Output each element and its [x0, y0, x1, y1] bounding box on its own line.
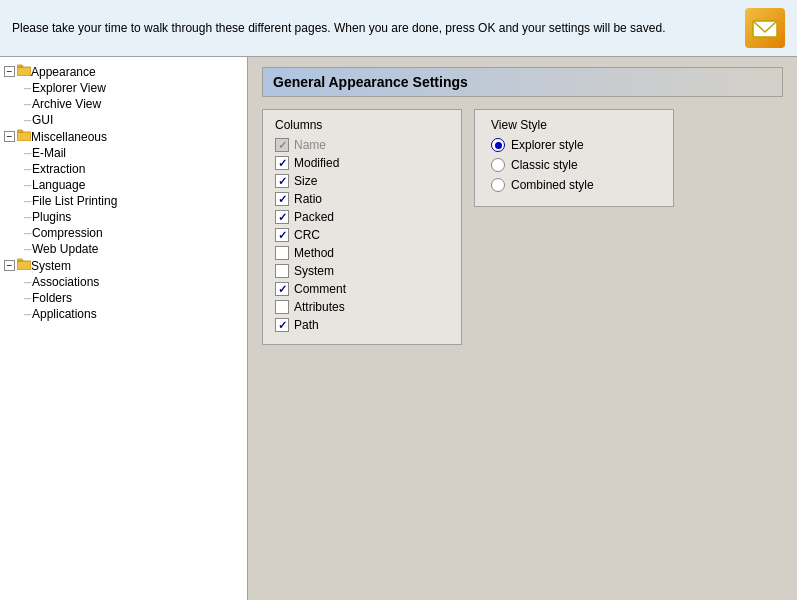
folder-icon-appearance [17, 64, 31, 79]
checkbox-col-name [275, 138, 289, 152]
settings-title: General Appearance Settings [262, 67, 783, 97]
radio-label-vs-explorer: Explorer style [511, 138, 584, 152]
tree-leaf-label-email: E-Mail [32, 146, 66, 160]
tree-leaf-folders[interactable]: ─Folders [24, 290, 243, 306]
viewstyle-list: Explorer styleClassic styleCombined styl… [491, 138, 657, 192]
svg-rect-1 [17, 67, 31, 76]
tree-line-plugins: ─ [24, 212, 32, 223]
checkbox-col-attributes[interactable] [275, 300, 289, 314]
radio-row-vs-classic[interactable]: Classic style [491, 158, 657, 172]
checkbox-label-col-packed: Packed [294, 210, 334, 224]
tree-section-appearance[interactable]: −Appearance [4, 63, 243, 80]
checkbox-col-ratio[interactable] [275, 192, 289, 206]
checkbox-row-col-comment[interactable]: Comment [275, 282, 449, 296]
checkbox-row-col-attributes[interactable]: Attributes [275, 300, 449, 314]
tree-leaf-label-gui: GUI [32, 113, 53, 127]
tree-leaf-file-list-printing[interactable]: ─File List Printing [24, 193, 243, 209]
tree-line-archive-view: ─ [24, 99, 32, 110]
radio-vs-explorer[interactable] [491, 138, 505, 152]
radio-vs-classic[interactable] [491, 158, 505, 172]
radio-row-vs-combined[interactable]: Combined style [491, 178, 657, 192]
columns-list: NameModifiedSizeRatioPackedCRCMethodSyst… [275, 138, 449, 332]
tree-leaf-email[interactable]: ─E-Mail [24, 145, 243, 161]
tree-leaf-label-folders: Folders [32, 291, 72, 305]
checkbox-label-col-comment: Comment [294, 282, 346, 296]
settings-body: Columns NameModifiedSizeRatioPackedCRCMe… [262, 109, 783, 345]
top-banner: Please take your time to walk through th… [0, 0, 797, 57]
checkbox-row-col-size[interactable]: Size [275, 174, 449, 188]
folder-icon-system [17, 258, 31, 273]
tree-line-gui: ─ [24, 115, 32, 126]
radio-label-vs-combined: Combined style [511, 178, 594, 192]
checkbox-label-col-size: Size [294, 174, 317, 188]
tree-leaf-archive-view[interactable]: ─Archive View [24, 96, 243, 112]
tree-line-language: ─ [24, 180, 32, 191]
tree-children-system: ─Associations─Folders─Applications [4, 274, 243, 322]
settings-panel: General Appearance Settings Columns Name… [248, 57, 797, 600]
checkbox-row-col-crc[interactable]: CRC [275, 228, 449, 242]
radio-label-vs-classic: Classic style [511, 158, 578, 172]
viewstyle-legend: View Style [491, 118, 657, 132]
tree-leaf-explorer-view[interactable]: ─Explorer View [24, 80, 243, 96]
tree-line-extraction: ─ [24, 164, 32, 175]
tree-line-associations: ─ [24, 277, 32, 288]
checkbox-col-size[interactable] [275, 174, 289, 188]
expand-icon-system[interactable]: − [4, 260, 15, 271]
tree-leaf-associations[interactable]: ─Associations [24, 274, 243, 290]
svg-rect-2 [17, 132, 31, 141]
columns-legend: Columns [275, 118, 449, 132]
checkbox-col-system[interactable] [275, 264, 289, 278]
tree-section-miscellaneous[interactable]: −Miscellaneous [4, 128, 243, 145]
checkbox-label-col-name: Name [294, 138, 326, 152]
checkbox-row-col-packed[interactable]: Packed [275, 210, 449, 224]
checkbox-col-comment[interactable] [275, 282, 289, 296]
tree-leaf-applications[interactable]: ─Applications [24, 306, 243, 322]
radio-inner-vs-explorer [495, 142, 502, 149]
radio-row-vs-explorer[interactable]: Explorer style [491, 138, 657, 152]
checkbox-row-col-system[interactable]: System [275, 264, 449, 278]
tree-leaf-label-language: Language [32, 178, 85, 192]
envelope-icon [751, 14, 779, 42]
expand-icon-appearance[interactable]: − [4, 66, 15, 77]
tree-leaf-web-update[interactable]: ─Web Update [24, 241, 243, 257]
checkbox-row-col-path[interactable]: Path [275, 318, 449, 332]
checkbox-row-col-method[interactable]: Method [275, 246, 449, 260]
svg-rect-3 [17, 261, 31, 270]
tree-children-miscellaneous: ─E-Mail─Extraction─Language─File List Pr… [4, 145, 243, 257]
tree-leaf-extraction[interactable]: ─Extraction [24, 161, 243, 177]
tree-leaf-gui[interactable]: ─GUI [24, 112, 243, 128]
tree-leaf-label-file-list-printing: File List Printing [32, 194, 117, 208]
tree-line-web-update: ─ [24, 244, 32, 255]
checkbox-col-method[interactable] [275, 246, 289, 260]
viewstyle-group: View Style Explorer styleClassic styleCo… [474, 109, 674, 207]
tree-leaf-label-explorer-view: Explorer View [32, 81, 106, 95]
expand-icon-miscellaneous[interactable]: − [4, 131, 15, 142]
checkbox-row-col-ratio[interactable]: Ratio [275, 192, 449, 206]
checkbox-label-col-attributes: Attributes [294, 300, 345, 314]
tree-section-label-appearance: Appearance [31, 65, 96, 79]
checkbox-row-col-modified[interactable]: Modified [275, 156, 449, 170]
checkbox-col-path[interactable] [275, 318, 289, 332]
checkbox-row-col-name[interactable]: Name [275, 138, 449, 152]
tree-leaf-compression[interactable]: ─Compression [24, 225, 243, 241]
tree-leaf-language[interactable]: ─Language [24, 177, 243, 193]
tree-line-folders: ─ [24, 293, 32, 304]
checkbox-col-packed[interactable] [275, 210, 289, 224]
tree-leaf-label-compression: Compression [32, 226, 103, 240]
tree-leaf-label-extraction: Extraction [32, 162, 85, 176]
checkbox-label-col-system: System [294, 264, 334, 278]
tree-section-system[interactable]: −System [4, 257, 243, 274]
checkbox-col-crc[interactable] [275, 228, 289, 242]
tree-leaf-plugins[interactable]: ─Plugins [24, 209, 243, 225]
tree-line-compression: ─ [24, 228, 32, 239]
tree-leaf-label-plugins: Plugins [32, 210, 71, 224]
columns-group: Columns NameModifiedSizeRatioPackedCRCMe… [262, 109, 462, 345]
banner-text: Please take your time to walk through th… [12, 21, 735, 35]
checkbox-label-col-crc: CRC [294, 228, 320, 242]
radio-vs-combined[interactable] [491, 178, 505, 192]
checkbox-label-col-ratio: Ratio [294, 192, 322, 206]
tree-section-label-miscellaneous: Miscellaneous [31, 130, 107, 144]
checkbox-label-col-method: Method [294, 246, 334, 260]
tree-leaf-label-web-update: Web Update [32, 242, 99, 256]
checkbox-col-modified[interactable] [275, 156, 289, 170]
